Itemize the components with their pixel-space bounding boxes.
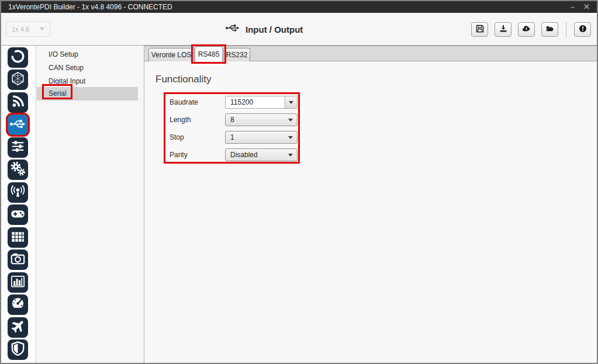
titlebar: 1xVerontePDI Builder - 1x v4.8 4096 - CO… <box>1 1 597 13</box>
gamepad-icon <box>8 203 28 226</box>
toolbar: 1x 4.8 Input / Output <box>1 13 597 46</box>
sidebar-item-telemetry[interactable] <box>8 92 28 113</box>
cloud-download-icon <box>521 24 531 36</box>
usb-icon <box>8 113 28 136</box>
gauge-icon <box>8 293 28 316</box>
baudrate-value: 115200 <box>230 96 253 108</box>
parity-value: Disabled <box>230 149 258 161</box>
folder-open-icon <box>545 24 555 36</box>
sidebar-item-camera[interactable] <box>8 249 28 270</box>
nav-item-io-setup[interactable]: I/O Setup <box>37 48 138 61</box>
floppy-icon <box>475 24 485 36</box>
sidebar-item-hil[interactable] <box>8 294 28 315</box>
sidebar-item-hexagon-mesh[interactable] <box>8 70 28 90</box>
length-dropdown[interactable]: 8 <box>225 113 298 126</box>
tab-veronte-los[interactable]: Veronte LOS <box>148 48 194 61</box>
shield-icon <box>8 338 28 361</box>
app-window: 1xVerontePDI Builder - 1x v4.8 4096 - CO… <box>0 0 598 364</box>
nav-panel: I/O Setup CAN Setup Digital Input Serial <box>37 46 144 363</box>
serial-config-form annotation-box-form: Baudrate 115200 Length 8 Stop 1 <box>164 92 300 164</box>
minimize-button[interactable]: – <box>571 2 575 12</box>
sidebar-item-platform[interactable] <box>8 47 28 68</box>
chevron-down-icon <box>289 101 293 104</box>
sidebar-item-input-output[interactable] <box>8 115 28 135</box>
grid-icon <box>8 226 28 249</box>
form-row-parity: Parity Disabled <box>165 148 298 161</box>
baudrate-combobox[interactable]: 115200 <box>225 96 298 109</box>
form-row-length: Length 8 <box>165 113 298 126</box>
tab-rs232[interactable]: RS232 <box>223 48 250 61</box>
ring-icon <box>8 46 28 69</box>
length-value: 8 <box>230 114 234 126</box>
podcast-icon <box>8 181 28 204</box>
save-button[interactable] <box>471 22 488 37</box>
parity-dropdown[interactable]: Disabled <box>225 148 298 161</box>
chevron-down-icon <box>40 27 44 30</box>
window-title: 1xVerontePDI Builder - 1x v4.8 4096 - CO… <box>8 3 172 11</box>
sidebar-item-stick[interactable] <box>8 204 28 225</box>
baudrate-dropdown-button[interactable] <box>285 96 297 108</box>
open-folder-button[interactable] <box>541 22 558 37</box>
nav-item-label: I/O Setup <box>49 50 78 58</box>
nav-item-label: Digital Input <box>49 77 85 85</box>
sidebar-item-data-log[interactable] <box>8 272 28 293</box>
parity-label: Parity <box>170 148 188 161</box>
section-title: Functionality <box>155 74 211 85</box>
bar-chart-icon <box>8 271 28 294</box>
stop-label: Stop <box>170 131 184 144</box>
chevron-down-icon <box>288 119 293 122</box>
chevron-down-icon <box>288 154 293 157</box>
download-icon <box>499 24 508 36</box>
sidebar-item-sensors[interactable] <box>8 182 28 203</box>
sliders-icon <box>8 136 28 159</box>
page-title-group: Input / Output <box>225 21 303 37</box>
chevron-down-icon <box>288 136 293 139</box>
info-circle-icon <box>578 24 587 36</box>
close-button[interactable]: ✕ <box>583 2 590 12</box>
gears-icon <box>8 158 28 181</box>
nav-item-serial[interactable]: Serial <box>37 87 138 100</box>
length-label: Length <box>170 113 191 126</box>
sidebar-item-control[interactable] <box>8 137 28 158</box>
tabstrip: Veronte LOS RS485 RS232 <box>144 46 597 61</box>
nav-item-digital-input[interactable]: Digital Input <box>37 75 138 88</box>
sidebar-item-safety[interactable] <box>8 339 28 360</box>
info-button[interactable] <box>574 22 591 37</box>
rss-icon <box>8 91 28 114</box>
window-controls: – ✕ <box>571 2 590 12</box>
icon-sidebar <box>1 46 36 363</box>
baudrate-label: Baudrate <box>170 96 198 109</box>
nav-item-label: CAN Setup <box>49 64 84 72</box>
camera-icon <box>8 248 28 271</box>
sidebar-item-configuration[interactable] <box>8 160 28 180</box>
version-select[interactable]: 1x 4.8 <box>6 21 50 37</box>
nav-item-label: Serial <box>49 89 67 98</box>
plane-icon <box>8 316 28 339</box>
content-area: Veronte LOS RS485 RS232 Functionality Ba… <box>144 46 597 363</box>
tab-label: Veronte LOS <box>151 51 192 59</box>
tab-label: RS485 <box>198 50 220 58</box>
toolbar-buttons <box>465 22 591 37</box>
stop-dropdown[interactable]: 1 <box>225 131 298 144</box>
nav-item-can-setup[interactable]: CAN Setup <box>37 61 138 75</box>
version-select-value: 1x 4.8 <box>12 26 29 33</box>
toolbar-separator <box>566 22 566 37</box>
hexagon-mesh-icon <box>8 68 28 91</box>
sidebar-item-flight[interactable] <box>8 317 28 338</box>
tab-label: RS232 <box>226 51 248 59</box>
page-title: Input / Output <box>246 25 303 34</box>
form-row-baudrate: Baudrate 115200 <box>165 96 298 109</box>
usb-icon <box>225 23 240 36</box>
import-button[interactable] <box>495 22 511 37</box>
sidebar-item-blocks[interactable] <box>8 227 28 248</box>
cloud-download-button[interactable] <box>518 22 535 37</box>
stop-value: 1 <box>230 131 234 143</box>
tab-rs485[interactable]: RS485 <box>195 46 223 62</box>
form-row-stop: Stop 1 <box>165 131 298 144</box>
